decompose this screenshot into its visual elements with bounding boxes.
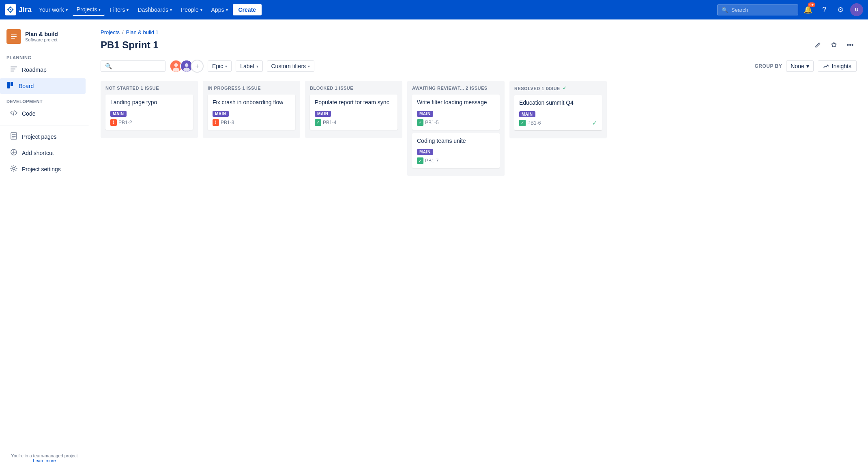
svg-point-12 — [173, 68, 179, 72]
card-pb1-2[interactable]: Landing page typo MAIN ! PB1-2 — [105, 95, 193, 130]
planning-section-label: PLANNING — [0, 50, 89, 62]
card-title: Populate report for team sync — [315, 99, 393, 107]
column-header-not-started: NOT STARTED 1 ISSUE — [105, 86, 193, 90]
card-id: ✓ PB1-7 — [417, 157, 438, 164]
team-managed-text: You're in a team-managed project — [6, 453, 82, 458]
card-pb1-5[interactable]: Write filter loading message MAIN ✓ PB1-… — [412, 95, 500, 130]
nav-people[interactable]: People ▾ — [177, 4, 206, 15]
chevron-down-icon: ▾ — [66, 8, 68, 12]
breadcrumb-project[interactable]: Plan & build 1 — [126, 29, 159, 35]
chevron-down-icon: ▾ — [806, 63, 809, 69]
epic-filter[interactable]: Epic ▾ — [208, 60, 232, 72]
page-title: PB1 Sprint 1 — [101, 39, 159, 51]
chevron-down-icon: ▾ — [170, 8, 172, 12]
nav-apps[interactable]: Apps ▾ — [207, 4, 232, 15]
resolved-check-icon: ✓ — [592, 120, 597, 126]
sidebar-item-add-shortcut[interactable]: Add shortcut — [3, 145, 86, 161]
nav-projects[interactable]: Projects ▾ — [73, 4, 105, 16]
sidebar-item-label: Project settings — [22, 166, 61, 172]
notifications-button[interactable]: 🔔 9+ — [801, 3, 814, 16]
custom-filters-label: Custom filters — [271, 63, 306, 69]
column-header-awaiting-review: AWAITING REVIEW/T... 2 ISSUES — [412, 86, 500, 90]
card-footer: ✓ PB1-7 — [417, 157, 495, 164]
column-header-blocked: BLOCKED 1 ISSUE — [310, 86, 397, 90]
project-header: Plan & build Software project — [0, 26, 89, 50]
bug-icon: ! — [110, 119, 117, 126]
svg-rect-5 — [7, 82, 10, 88]
card-id: ✓ PB1-5 — [417, 119, 438, 126]
page-title-row: PB1 Sprint 1 ••• — [101, 39, 857, 52]
more-actions-button[interactable]: ••• — [844, 39, 857, 52]
chevron-down-icon: ▾ — [256, 64, 258, 69]
card-title: Fix crash in onboarding flow — [213, 99, 290, 107]
avatar-group: + — [170, 60, 204, 73]
star-button[interactable] — [827, 39, 840, 52]
sidebar-item-roadmap[interactable]: Roadmap — [3, 62, 86, 78]
learn-more-link[interactable]: Learn more — [6, 458, 82, 463]
nav-dashboards[interactable]: Dashboards ▾ — [133, 4, 176, 15]
sidebar-item-code[interactable]: Code — [3, 106, 86, 121]
group-by-value: None — [791, 63, 804, 69]
main-content: Projects / Plan & build 1 PB1 Sprint 1 — [89, 19, 868, 476]
epic-label: Epic — [212, 63, 223, 69]
sidebar-item-project-pages[interactable]: Project pages — [3, 129, 86, 144]
card-id: ✓ PB1-4 — [315, 119, 336, 126]
story-icon: ✓ — [315, 119, 321, 126]
column-header-resolved: RESOLVED 1 ISSUE ✓ — [514, 86, 602, 91]
sidebar-bottom: You're in a team-managed project Learn m… — [0, 447, 89, 470]
card-pb1-3[interactable]: Fix crash in onboarding flow MAIN ! PB1-… — [208, 95, 295, 130]
card-tag: MAIN — [519, 111, 535, 117]
card-title: Education summit Q4 — [519, 99, 597, 107]
column-not-started: NOT STARTED 1 ISSUE Landing page typo MA… — [101, 81, 198, 138]
breadcrumb-separator: / — [122, 29, 124, 35]
label-filter[interactable]: Label ▾ — [236, 60, 262, 72]
svg-point-11 — [174, 63, 178, 67]
column-resolved: RESOLVED 1 ISSUE ✓ Education summit Q4 M… — [509, 81, 607, 138]
breadcrumb-projects[interactable]: Projects — [101, 29, 120, 35]
board-search[interactable]: 🔍 — [101, 60, 165, 72]
custom-filters[interactable]: Custom filters ▾ — [267, 60, 315, 72]
topnav-nav: Your work ▾ Projects ▾ Filters ▾ Dashboa… — [35, 4, 717, 16]
group-by-dropdown[interactable]: None ▾ — [786, 60, 813, 72]
edit-button[interactable] — [811, 39, 824, 52]
sidebar-item-project-settings[interactable]: Project settings — [3, 162, 86, 177]
topnav: Jira Your work ▾ Projects ▾ Filters ▾ Da… — [0, 0, 868, 19]
card-tag: MAIN — [417, 149, 433, 155]
sidebar-item-label: Roadmap — [22, 67, 47, 73]
add-avatar-button[interactable]: + — [191, 60, 204, 73]
chevron-down-icon: ▾ — [308, 64, 310, 69]
create-button[interactable]: Create — [233, 4, 262, 15]
jira-logo[interactable]: Jira — [5, 4, 32, 15]
gear-icon: ⚙ — [837, 5, 844, 14]
page-actions: ••• — [811, 39, 857, 52]
board-toolbar: 🔍 + — [101, 60, 857, 73]
sidebar-item-board[interactable]: Board — [0, 78, 86, 94]
story-icon: ✓ — [417, 157, 423, 164]
chevron-down-icon: ▾ — [226, 8, 228, 12]
card-title: Coding teams unite — [417, 137, 495, 145]
help-button[interactable]: ? — [818, 3, 831, 16]
roadmap-icon — [10, 65, 18, 74]
svg-point-14 — [185, 63, 189, 67]
svg-rect-6 — [11, 82, 13, 86]
svg-rect-3 — [11, 36, 17, 37]
search-box[interactable]: 🔍 Search — [717, 4, 798, 15]
insights-button[interactable]: Insights — [818, 60, 857, 72]
card-pb1-7[interactable]: Coding teams unite MAIN ✓ PB1-7 — [412, 133, 500, 168]
chevron-down-icon: ▾ — [225, 64, 227, 69]
sidebar-item-label: Code — [22, 110, 35, 117]
settings-button[interactable]: ⚙ — [834, 3, 847, 16]
user-avatar[interactable]: U — [850, 3, 863, 16]
card-pb1-4[interactable]: Populate report for team sync MAIN ✓ PB1… — [310, 95, 397, 130]
nav-filters[interactable]: Filters ▾ — [105, 4, 133, 15]
nav-your-work[interactable]: Your work ▾ — [35, 4, 72, 15]
search-input[interactable] — [114, 63, 161, 69]
chevron-down-icon: ▾ — [99, 7, 101, 12]
svg-rect-4 — [11, 38, 15, 39]
development-section-label: DEVELOPMENT — [0, 94, 89, 106]
logo-text: Jira — [19, 6, 32, 14]
card-pb1-6[interactable]: Education summit Q4 MAIN ✓ PB1-6 ✓ — [514, 95, 602, 130]
sidebar-divider — [0, 125, 89, 125]
card-footer: ✓ PB1-6 ✓ — [519, 120, 597, 126]
card-title: Landing page typo — [110, 99, 188, 107]
